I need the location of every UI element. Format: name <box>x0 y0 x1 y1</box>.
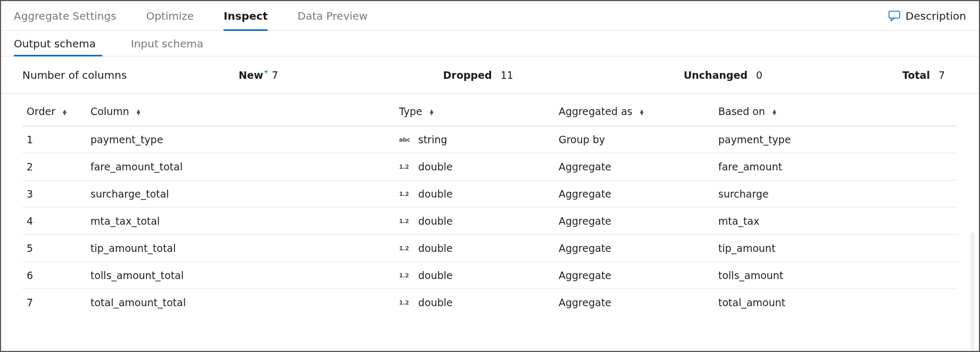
tab-optimize[interactable]: Optimize <box>146 1 209 31</box>
tab-inspect[interactable]: Inspect <box>223 1 283 31</box>
table-row: 3surcharge_total1.2doubleAggregatesurcha… <box>22 181 958 208</box>
comment-icon <box>888 11 900 21</box>
cell-column: tolls_amount_total <box>86 262 395 289</box>
type-icon: 1.2 <box>399 163 411 170</box>
table-row: 6tolls_amount_total1.2doubleAggregatetol… <box>22 262 958 289</box>
cell-type: 1.2double <box>395 262 554 289</box>
cell-aggregated-as: Aggregate <box>554 181 714 208</box>
cell-based-on: mta_tax <box>714 208 958 235</box>
cell-column: tip_amount_total <box>86 235 395 262</box>
top-tab-bar: Aggregate Settings Optimize Inspect Data… <box>1 1 979 31</box>
table-row: 1payment_typeabcstringGroup bypayment_ty… <box>22 126 958 153</box>
sub-tab-bar: Output schema Input schema <box>1 31 979 56</box>
cell-based-on: total_amount <box>714 289 958 316</box>
cell-aggregated-as: Aggregate <box>554 208 714 235</box>
cell-type: abcstring <box>395 126 554 153</box>
cell-order: 6 <box>22 262 86 289</box>
header-based-on[interactable]: Based on ▲▼ <box>714 98 958 126</box>
sort-icon: ▲▼ <box>63 110 67 115</box>
sort-icon: ▲▼ <box>773 110 776 115</box>
cell-aggregated-as: Aggregate <box>554 289 714 316</box>
cell-column: fare_amount_total <box>86 153 395 181</box>
tab-aggregate-settings[interactable]: Aggregate Settings <box>14 1 131 31</box>
cell-type: 1.2double <box>395 208 554 235</box>
stat-unchanged: Unchanged 0 <box>684 69 762 81</box>
header-aggregated-as[interactable]: Aggregated as ▲▼ <box>554 98 714 126</box>
type-icon: abc <box>399 136 411 143</box>
type-icon: 1.2 <box>399 218 411 225</box>
tab-data-preview[interactable]: Data Preview <box>297 1 383 31</box>
sort-icon: ▲▼ <box>430 110 434 115</box>
cell-based-on: surcharge <box>714 181 958 208</box>
cell-column: surcharge_total <box>86 181 395 208</box>
description-label: Description <box>906 10 966 22</box>
cell-order: 4 <box>22 208 86 235</box>
cell-aggregated-as: Aggregate <box>554 153 714 181</box>
cell-order: 7 <box>22 289 86 316</box>
cell-type: 1.2double <box>395 181 554 208</box>
sort-icon: ▲▼ <box>640 110 644 115</box>
cell-order: 1 <box>22 126 86 153</box>
type-icon: 1.2 <box>399 272 411 279</box>
table-row: 2fare_amount_total1.2doubleAggregatefare… <box>22 153 958 181</box>
cell-column: mta_tax_total <box>86 208 395 235</box>
cell-column: total_amount_total <box>86 289 395 316</box>
cell-aggregated-as: Group by <box>554 126 714 153</box>
type-icon: 1.2 <box>399 245 411 252</box>
cell-order: 5 <box>22 235 86 262</box>
subtab-input-schema[interactable]: Input schema <box>131 31 210 56</box>
header-type[interactable]: Type ▲▼ <box>395 98 554 126</box>
subtab-output-schema[interactable]: Output schema <box>14 31 102 56</box>
cell-type: 1.2double <box>395 235 554 262</box>
scrollbar[interactable] <box>970 232 975 352</box>
svg-rect-0 <box>889 11 900 18</box>
column-stats-bar: Number of columns New+ 7 Dropped 11 Unch… <box>1 56 979 94</box>
sort-icon: ▲▼ <box>137 110 140 115</box>
header-column[interactable]: Column ▲▼ <box>86 98 395 126</box>
header-order[interactable]: Order ▲▼ <box>22 98 86 126</box>
cell-aggregated-as: Aggregate <box>554 235 714 262</box>
table-row: 7total_amount_total1.2doubleAggregatetot… <box>22 289 958 316</box>
type-icon: 1.2 <box>399 299 411 306</box>
stat-new: New+ 7 <box>238 69 278 81</box>
description-button[interactable]: Description <box>888 10 966 22</box>
stat-dropped: Dropped 11 <box>443 69 513 81</box>
type-icon: 1.2 <box>399 191 411 198</box>
stat-total: Total 7 <box>902 69 958 81</box>
cell-order: 3 <box>22 181 86 208</box>
table-row: 5tip_amount_total1.2doubleAggregatetip_a… <box>22 235 958 262</box>
cell-based-on: payment_type <box>714 126 958 153</box>
cell-based-on: tip_amount <box>714 235 958 262</box>
table-row: 4mta_tax_total1.2doubleAggregatemta_tax <box>22 208 958 235</box>
cell-based-on: fare_amount <box>714 153 958 181</box>
schema-table-wrap: Order ▲▼ Column ▲▼ Type ▲▼ Aggregated as… <box>1 94 979 316</box>
cell-type: 1.2double <box>395 289 554 316</box>
plus-icon: + <box>264 68 269 75</box>
cell-column: payment_type <box>86 126 395 153</box>
cell-order: 2 <box>22 153 86 181</box>
cell-type: 1.2double <box>395 153 554 181</box>
schema-table: Order ▲▼ Column ▲▼ Type ▲▼ Aggregated as… <box>22 98 958 316</box>
stats-title: Number of columns <box>22 69 127 81</box>
cell-based-on: tolls_amount <box>714 262 958 289</box>
cell-aggregated-as: Aggregate <box>554 262 714 289</box>
